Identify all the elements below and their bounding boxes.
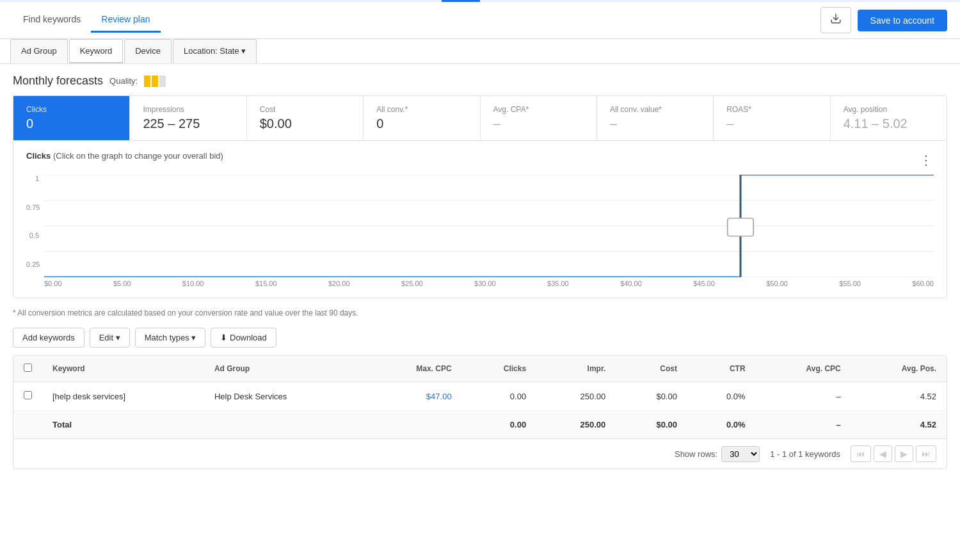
loading-bar xyxy=(442,0,480,2)
quality-bar-3 xyxy=(159,76,166,87)
tab-review-plan[interactable]: Review plan xyxy=(91,8,160,33)
total-row: Total 0.00 250.00 $0.00 0.0% – 4.52 xyxy=(13,411,947,439)
row-keyword: [help desk services] xyxy=(42,382,204,411)
metric-cost[interactable]: Cost $0.00 xyxy=(247,96,364,140)
show-rows-label: Show rows: xyxy=(675,449,717,459)
metric-impressions-value: 225 – 275 xyxy=(143,116,233,131)
download-icon-button[interactable] xyxy=(820,7,851,33)
total-avgpos: 4.52 xyxy=(851,411,947,439)
total-avgcpc: – xyxy=(756,411,851,439)
header-maxcpc: Max. CPC xyxy=(365,356,461,382)
toolbar: Add keywords Edit ▾ Match types ▾ ⬇ Down… xyxy=(13,328,947,348)
table-footer: Show rows: 30 50 100 1 - 1 of 1 keywords… xyxy=(13,438,947,468)
total-label: Total xyxy=(42,411,204,439)
metric-allconvval-label: All conv. value* xyxy=(610,105,700,114)
download-button[interactable]: ⬇ Download xyxy=(211,328,276,348)
y-label-075: 0.75 xyxy=(26,204,39,211)
segment-tab-keyword[interactable]: Keyword xyxy=(69,39,124,63)
edit-button[interactable]: Edit ▾ xyxy=(90,328,130,348)
row-cost: $0.00 xyxy=(616,382,687,411)
metric-avgpos-label: Avg. position xyxy=(844,105,934,114)
row-checkbox-cell xyxy=(13,382,42,411)
row-ctr: 0.0% xyxy=(687,382,756,411)
x-label-15: $15.00 xyxy=(255,280,277,287)
x-label-5: $5.00 xyxy=(113,280,131,287)
header-avgpos: Avg. Pos. xyxy=(851,356,947,382)
pagination-buttons: ⏮ ◀ ▶ ⏭ xyxy=(851,445,936,462)
monthly-title: Monthly forecasts xyxy=(13,74,103,88)
quality-label: Quality: xyxy=(109,76,138,86)
header-cost: Cost xyxy=(616,356,687,382)
segment-tab-device[interactable]: Device xyxy=(124,39,172,63)
metric-avgcpa-label: Avg. CPA* xyxy=(493,105,584,114)
metric-impressions-label: Impressions xyxy=(143,105,233,114)
chart-more-button[interactable]: ⋮ xyxy=(920,152,934,168)
header-avgcpc: Avg. CPC xyxy=(756,356,851,382)
metric-impressions[interactable]: Impressions 225 – 275 xyxy=(130,96,246,140)
x-label-30: $30.00 xyxy=(474,280,496,287)
metrics-row: Clicks 0 Impressions 225 – 275 Cost $0.0… xyxy=(13,96,947,140)
keywords-table: Keyword Ad Group Max. CPC Clicks Impr. C… xyxy=(13,356,947,438)
metric-allconv-label: All conv.* xyxy=(376,105,467,114)
row-clicks: 0.00 xyxy=(462,382,537,411)
rows-per-page-select[interactable]: 30 50 100 xyxy=(721,446,760,462)
total-empty-check xyxy=(13,411,42,439)
save-to-account-button[interactable]: Save to account xyxy=(858,10,947,31)
select-all-checkbox[interactable] xyxy=(24,364,32,372)
match-types-button[interactable]: Match types ▾ xyxy=(135,328,206,348)
quality-bar-1 xyxy=(144,76,150,87)
header-keyword: Keyword xyxy=(42,356,204,382)
x-label-25: $25.00 xyxy=(401,280,423,287)
total-ctr: 0.0% xyxy=(687,411,756,439)
metric-roas-value: – xyxy=(726,116,817,131)
metric-avgcpa[interactable]: Avg. CPA* – xyxy=(481,96,597,140)
y-label-05: 0.5 xyxy=(26,232,39,239)
x-label-40: $40.00 xyxy=(620,280,642,287)
header-clicks: Clicks xyxy=(462,356,537,382)
segment-tab-adgroup[interactable]: Ad Group xyxy=(10,39,68,63)
add-keywords-button[interactable]: Add keywords xyxy=(13,328,84,348)
chart-title: Clicks (Click on the graph to change you… xyxy=(26,151,223,161)
metric-cost-label: Cost xyxy=(260,105,350,114)
rows-select: Show rows: 30 50 100 xyxy=(675,446,760,462)
segment-tab-location[interactable]: Location: State ▾ xyxy=(173,39,257,63)
last-page-button[interactable]: ⏭ xyxy=(916,445,936,462)
row-avgcpc: – xyxy=(756,382,851,411)
total-impr: 250.00 xyxy=(536,411,616,439)
metric-allconv-value: 0 xyxy=(376,116,467,131)
top-actions: Save to account xyxy=(820,7,947,33)
metric-allconvval[interactable]: All conv. value* – xyxy=(597,96,714,140)
metric-allconv[interactable]: All conv.* 0 xyxy=(364,96,480,140)
row-checkbox[interactable] xyxy=(24,391,32,399)
chart-title-bold: Clicks xyxy=(26,151,51,161)
bid-handle[interactable] xyxy=(728,218,753,236)
chart-svg[interactable] xyxy=(44,175,934,277)
tab-find-keywords[interactable]: Find keywords xyxy=(13,8,91,33)
chart-subtitle: (Click on the graph to change your overa… xyxy=(53,151,223,161)
row-adgroup: Help Desk Services xyxy=(204,382,365,411)
x-label-0: $0.00 xyxy=(44,280,62,287)
metric-clicks[interactable]: Clicks 0 xyxy=(13,96,130,140)
metric-avgpos[interactable]: Avg. position 4.11 – 5.02 xyxy=(831,96,947,140)
segment-tabs: Ad Group Keyword Device Location: State … xyxy=(0,39,960,64)
prev-page-button[interactable]: ◀ xyxy=(874,445,892,462)
total-clicks: 0.00 xyxy=(462,411,537,439)
next-page-button[interactable]: ▶ xyxy=(895,445,913,462)
total-maxcpc xyxy=(365,411,461,439)
footnote: * All conversion metrics are calculated … xyxy=(13,308,947,317)
y-label-1: 1 xyxy=(26,175,39,182)
metric-roas[interactable]: ROAS* – xyxy=(714,96,830,140)
top-nav: Find keywords Review plan xyxy=(13,8,161,33)
top-bar: Find keywords Review plan Save to accoun… xyxy=(0,2,960,39)
pagination-info: 1 - 1 of 1 keywords xyxy=(770,449,840,459)
main-content: Monthly forecasts Quality: Clicks 0 Impr… xyxy=(0,64,960,479)
table-header-row: Keyword Ad Group Max. CPC Clicks Impr. C… xyxy=(13,356,947,382)
quality-bar-2 xyxy=(152,76,158,87)
metric-cost-value: $0.00 xyxy=(260,116,350,131)
header-adgroup: Ad Group xyxy=(204,356,365,382)
table-container: Keyword Ad Group Max. CPC Clicks Impr. C… xyxy=(13,355,947,469)
first-page-button[interactable]: ⏮ xyxy=(851,445,871,462)
row-impr: 250.00 xyxy=(536,382,616,411)
metric-clicks-value: 0 xyxy=(26,116,116,131)
x-label-55: $55.00 xyxy=(839,280,861,287)
